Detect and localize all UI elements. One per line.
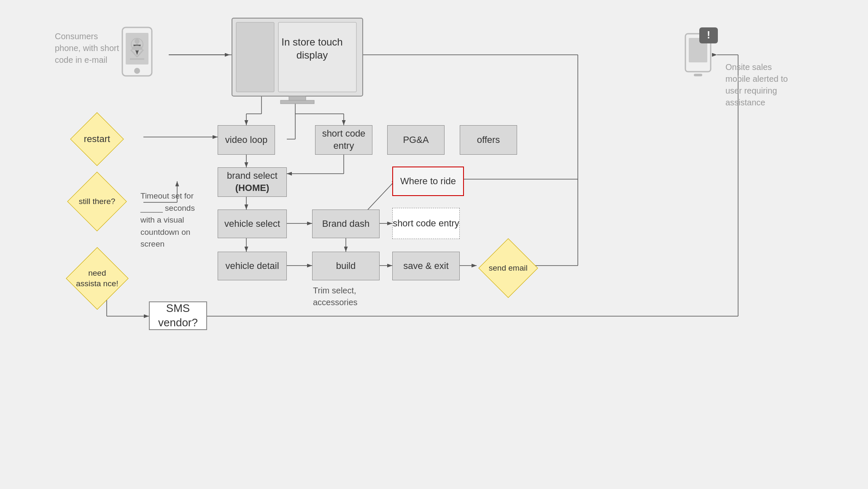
onsite-sales-label: Onsite sales mobile alerted to user requ… xyxy=(725,61,788,108)
where-to-ride-box: Where to ride xyxy=(392,167,464,196)
build-box: build xyxy=(312,252,380,280)
brand-select-box: brand select(HOME) xyxy=(218,167,287,197)
svg-rect-49 xyxy=(280,100,314,104)
in-store-touch-display-label: In store touch display xyxy=(274,27,350,70)
brand-dash-box: Brand dash xyxy=(312,210,380,238)
send-email-diamond: send email xyxy=(478,238,538,298)
need-assistance-diamond: need assista nce! xyxy=(66,247,128,309)
save-exit-box: save & exit xyxy=(392,252,460,280)
vehicle-detail-box: vehicle detail xyxy=(218,252,287,280)
sms-vendor-box: SMS vendor? xyxy=(149,301,207,330)
svg-rect-46 xyxy=(236,22,274,92)
canvas: Consumers phone, with short code in e-ma… xyxy=(0,0,868,489)
svg-point-38 xyxy=(134,68,140,74)
pga-box: PG&A xyxy=(387,125,445,155)
vehicle-select-box: vehicle select xyxy=(218,210,287,238)
alert-icon: ! xyxy=(683,25,721,82)
need-assistance-diamond-wrap: need assista nce! xyxy=(55,261,139,295)
send-email-diamond-wrap: send email xyxy=(477,251,540,285)
timeout-label: Timeout set for _____ seconds with a vis… xyxy=(140,190,195,250)
video-loop-box: video loop xyxy=(218,125,275,155)
consumers-phone-label: Consumers phone, with short code in e-ma… xyxy=(55,30,119,66)
offers-box: offers xyxy=(460,125,517,155)
still-there-diamond: still there? xyxy=(67,172,127,231)
phone-icon xyxy=(118,25,156,82)
svg-point-44 xyxy=(135,39,140,44)
trim-select-label: Trim select, accessories xyxy=(313,285,358,308)
restart-diamond: restart xyxy=(70,112,124,166)
short-code-entry-top-box: short code entry xyxy=(315,125,372,155)
svg-rect-52 xyxy=(694,74,702,76)
svg-text:!: ! xyxy=(707,29,710,40)
short-code-entry-dashed-box: short code entry xyxy=(392,208,460,239)
still-there-diamond-wrap: still there? xyxy=(55,185,139,218)
restart-diamond-wrap: restart xyxy=(55,122,139,156)
